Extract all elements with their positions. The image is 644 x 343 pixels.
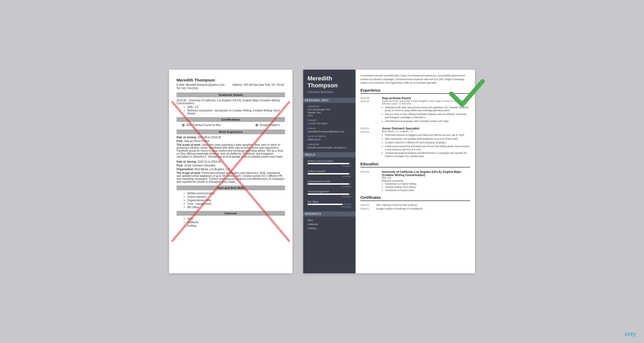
bad-academic-title: Academic Details xyxy=(177,92,285,97)
interest-seo: SEO xyxy=(308,219,351,222)
bad-skill-1: Written communication xyxy=(187,192,285,195)
good-resume: Meredith Thompson Outreach Specialist Pe… xyxy=(303,70,475,273)
bad-cert2: Google Analytics xyxy=(260,124,280,126)
check-icon xyxy=(448,75,486,113)
bad-cert1: SEO Training Course by Moz xyxy=(186,124,221,126)
bad-coursework: Relevant coursework : Introduction to Cr… xyxy=(187,109,285,115)
bad-interest-3: Knitting xyxy=(187,224,285,227)
email-label: E-mail xyxy=(308,127,351,130)
education-block: 2016-06 University of California, Los An… xyxy=(360,170,470,192)
address-value: 314 Washington Rd. Seattle, WA USA xyxy=(308,108,351,117)
cert-row-2: 2015-11 Google Analytics (Certificate of… xyxy=(360,207,470,210)
interest-knitting: Knitting xyxy=(308,227,351,230)
bad-academic-detail: 2016.06 - University of California, Los … xyxy=(177,99,285,105)
zety-brand: zety xyxy=(624,331,636,338)
personal-info-title: Personal Info xyxy=(303,98,356,103)
page-container: Meredith Thompson E-Mail: Meredith.thomp… xyxy=(158,59,486,284)
job1-bullet-2: Set up a shop on Etsy offering handmade … xyxy=(385,113,470,119)
bad-job2-org: Organization: Best Media, Los Angeles, C… xyxy=(177,168,285,171)
job2-title: Junior Outreach Specialist xyxy=(382,127,470,130)
bad-skill-5: MS Office xyxy=(187,206,285,209)
bad-resume: Meredith Thompson E-Mail: Meredith.thomp… xyxy=(169,70,292,273)
bad-interests-title: Interests xyxy=(177,211,285,216)
skills-section-title: Skills xyxy=(303,152,356,157)
skill-bar-written xyxy=(308,163,349,164)
job2-bullet-2: Built, maintained, and updated email dat… xyxy=(385,137,470,141)
edu-course-1: Introduction to Creative Writing xyxy=(385,182,470,185)
skill-bar-online xyxy=(308,173,349,174)
bad-job1-scope: The scope of work: Spent two years paren… xyxy=(177,143,285,158)
skill-time: Time-management Excellent xyxy=(308,190,351,198)
job2-bullet-3: Created content for 3 different PR and m… xyxy=(385,141,470,144)
cert2-name: Google Analytics (Certificate of Complet… xyxy=(376,207,423,210)
job-2: 2015-01 - 2016-06 Junior Outreach Specia… xyxy=(360,127,470,159)
bad-skill-3: Organizational skills xyxy=(187,199,285,202)
skill-bar-org xyxy=(308,183,349,185)
phone-label: Phone xyxy=(308,119,351,122)
job1-bullet-3: Volunteered at local garage sales to pre… xyxy=(385,120,470,123)
edu-gpa: GPA: 3.5 xyxy=(382,177,470,179)
bad-interest-1: SEO xyxy=(187,217,285,220)
email-value: meredith.thompson@yahoo.com xyxy=(308,130,351,133)
job2-bullet-5: Tracked and analyzed progress and effect… xyxy=(385,152,470,158)
cert1-date: 2016-02 xyxy=(360,204,374,206)
bad-tel: Tel: 541-754-3010 xyxy=(177,87,285,90)
bad-skills-title: Hard and Soft Skills xyxy=(177,185,285,190)
bad-email-label: E-Mail: Meredith.thompson@yahoo.com xyxy=(177,83,225,86)
interests-section-title: Interests xyxy=(303,211,356,217)
skill-ms: MS Office Very good xyxy=(308,200,351,208)
job2-bullets: Performed outreach to bloggers and influ… xyxy=(382,134,470,158)
job2-date: 2015-01 - 2016-06 xyxy=(360,127,379,159)
certificates-title: Certificates xyxy=(360,195,470,201)
dob-label: Date of birth xyxy=(308,135,351,138)
phone-value: +1-541-754-3010 xyxy=(308,122,351,125)
skill-written: Written communication Excellent xyxy=(308,159,351,167)
edu-date: 2016-06 xyxy=(360,170,379,192)
good-resume-sidebar: Meredith Thompson Outreach Specialist Pe… xyxy=(303,70,356,273)
skill-org: Organizational skills Excellent xyxy=(308,180,351,188)
job2-bullet-1: Performed outreach to bloggers and influ… xyxy=(385,134,470,137)
bad-interest-2: AdWords xyxy=(187,221,285,224)
edu-coursework-label: Relevant coursework: xyxy=(382,180,470,182)
dob-value: 1990-05-23 xyxy=(308,138,351,141)
cert2-date: 2015-11 xyxy=(360,207,374,210)
bad-skill-2: Online research xyxy=(187,195,285,198)
good-name: Meredith Thompson xyxy=(308,75,351,89)
bad-cert-row: SEO Training Course by Moz Google Analyt… xyxy=(177,124,285,127)
education-title: Education xyxy=(360,162,470,167)
bad-gpa: GPA : 3,5 xyxy=(187,106,285,109)
skill-bar-ms xyxy=(308,204,342,205)
bad-job1-date: Date of Joining: 2016-06 to 2018-06 xyxy=(177,136,285,139)
edu-course-2: Creative Writing: Short Stories xyxy=(385,186,470,188)
bad-job1-post: Post: Stay-at-Home Parent xyxy=(177,140,285,143)
good-title: Outreach Specialist xyxy=(308,90,351,94)
bad-work-title: Work Experience xyxy=(177,129,285,134)
bad-skill-4: Time - management xyxy=(187,202,285,205)
bad-resume-contact: E-Mail: Meredith.thompson@yahoo.com Addr… xyxy=(177,83,285,86)
bad-address: Address: 350 5th Ave New York, NY, 10118 xyxy=(233,83,284,86)
edu-name: University of California, Los Angeles (U… xyxy=(382,170,470,177)
bad-job2-post: Post: Junior Outreach Specialist xyxy=(177,164,285,167)
job2-bullet-4: Continuously researched and tested new P… xyxy=(385,145,470,151)
bad-job2-scope: The scope of work: Performed outreach to… xyxy=(177,172,285,183)
cert1-name: SEO Training Course by Moz (Udemy) xyxy=(376,204,417,206)
skill-bar-time xyxy=(308,193,349,195)
cert-row-1: 2016-02 SEO Training Course by Moz (Udem… xyxy=(360,204,470,206)
bad-cert-title: Certifications xyxy=(177,117,285,122)
address-label: Address xyxy=(308,105,351,108)
edu-course-3: Introduction to Visual Culture xyxy=(385,189,470,192)
interest-adwords: AdWords xyxy=(308,223,351,226)
bad-job2-date: Date of Joining: 2015-01 to 2016-06 xyxy=(177,160,285,163)
linkedin-label: Linkedin xyxy=(308,143,351,146)
skill-online: Online research Excellent xyxy=(308,170,351,178)
job2-company: Best Media, Los Angeles, CA xyxy=(382,130,470,133)
linkedin-value: linkedin.com/meredith_thomphon1 xyxy=(308,146,351,149)
bad-resume-name: Meredith Thompson xyxy=(177,78,285,82)
job1-date: 2016-06 - 2018-06 xyxy=(360,96,379,124)
